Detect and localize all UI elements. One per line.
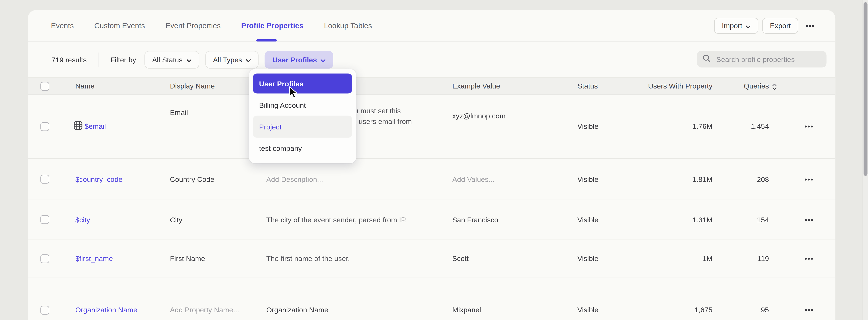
table-row: $email Email xyz@lmnop.com Visible 1.76M… (28, 95, 835, 159)
select-all-checkbox[interactable] (40, 81, 49, 91)
import-button-label: Import (722, 22, 742, 30)
export-button-label: Export (770, 22, 791, 30)
status-value: Visible (578, 306, 647, 314)
description: The first name of the user. (266, 254, 452, 263)
filter-bar: 719 results Filter by All Status All Typ… (28, 42, 835, 77)
sort-icon[interactable] (772, 83, 777, 90)
search-input[interactable] (715, 55, 821, 64)
table-row: $country_code Country Code Add Descripti… (28, 159, 835, 200)
status-value: Visible (578, 175, 647, 183)
tab-events[interactable]: Events (51, 22, 74, 30)
example-value: Mixpanel (452, 306, 578, 314)
table-row: $city City The city of the event sender,… (28, 200, 835, 239)
column-header-users-with-property: Users With Property (647, 82, 713, 90)
row-checkbox[interactable] (40, 175, 49, 184)
type-filter-dropdown[interactable]: All Types (205, 51, 259, 69)
search-icon (703, 54, 711, 65)
more-options-button[interactable]: ••• (802, 22, 818, 30)
tab-bar: Events Custom Events Event Properties Pr… (28, 10, 835, 42)
status-filter-dropdown[interactable]: All Status (145, 51, 199, 69)
table-header: Name Display Name Example Value Status U… (28, 77, 835, 95)
queries-value: 1,454 (713, 122, 769, 131)
description: The city of the event sender, parsed fro… (266, 215, 452, 224)
row-checkbox[interactable] (40, 215, 49, 224)
row-more-button[interactable]: ••• (801, 254, 817, 263)
table-grid-icon (74, 121, 83, 132)
users-with-property-value: 1.81M (647, 175, 713, 183)
results-count: 719 results (52, 56, 87, 64)
column-header-name: Name (74, 82, 170, 90)
table-row: $first_name First Name The first name of… (28, 239, 835, 278)
content-card: Events Custom Events Event Properties Pr… (28, 10, 835, 320)
row-more-button[interactable]: ••• (801, 174, 817, 184)
add-values-placeholder[interactable]: Add Values... (452, 175, 578, 183)
row-more-button[interactable]: ••• (801, 215, 817, 224)
example-value: xyz@lmnop.com (452, 112, 578, 120)
queries-value: 154 (713, 215, 769, 224)
profile-type-filter-label: User Profiles (273, 56, 317, 64)
row-more-button[interactable]: ••• (801, 305, 817, 315)
divider (98, 52, 99, 67)
display-name: Country Code (170, 175, 266, 183)
users-with-property-value: 1M (647, 254, 713, 263)
profile-type-filter-dropdown[interactable]: User Profiles (265, 51, 334, 69)
tab-event-properties[interactable]: Event Properties (165, 22, 221, 30)
property-name-link[interactable]: $email (85, 122, 106, 131)
column-header-status: Status (578, 82, 647, 90)
type-filter-label: All Types (213, 56, 242, 64)
description: ou must set this d users email from (350, 106, 412, 127)
toolbar: Import Export ••• (714, 17, 818, 34)
row-checkbox[interactable] (40, 122, 49, 131)
scrollbar-thumb[interactable] (864, 2, 867, 176)
queries-value: 95 (713, 306, 769, 314)
chevron-down-icon (746, 22, 750, 30)
column-header-queries[interactable]: Queries (720, 82, 777, 90)
dropdown-item-project[interactable]: Project (253, 116, 352, 138)
example-value: Scott (452, 254, 578, 263)
status-value: Visible (578, 254, 647, 263)
queries-value: 119 (713, 254, 769, 263)
property-name-link[interactable]: $city (75, 215, 90, 224)
export-button[interactable]: Export (762, 17, 799, 34)
profile-type-dropdown-menu: User Profiles Billing Account Project te… (249, 69, 356, 163)
users-with-property-value: 1,675 (647, 306, 713, 314)
property-name-link[interactable]: $country_code (75, 175, 122, 183)
add-description-placeholder[interactable]: Add Description... (266, 175, 452, 183)
import-button[interactable]: Import (714, 17, 758, 34)
dropdown-item-user-profiles[interactable]: User Profiles (253, 74, 352, 94)
tab-profile-properties[interactable]: Profile Properties (241, 22, 303, 30)
profile-properties-page: Events Custom Events Event Properties Pr… (0, 0, 868, 320)
queries-value: 208 (713, 175, 769, 183)
row-checkbox[interactable] (40, 306, 49, 315)
chevron-down-icon (187, 56, 191, 64)
status-value: Visible (578, 215, 647, 224)
display-name: City (170, 215, 266, 224)
queries-header-label: Queries (744, 82, 769, 90)
dropdown-item-billing-account[interactable]: Billing Account (253, 95, 352, 116)
active-tab-underline (256, 39, 277, 41)
cursor-icon (288, 86, 301, 102)
display-name: First Name (170, 254, 266, 263)
search-box (697, 51, 827, 68)
property-name-link[interactable]: Organization Name (75, 306, 137, 314)
row-more-button[interactable]: ••• (801, 121, 817, 131)
example-value: San Francisco (452, 215, 578, 224)
chevron-down-icon (246, 56, 251, 64)
description: Organization Name (266, 306, 452, 314)
dropdown-item-test-company[interactable]: test company (253, 138, 352, 159)
tab-lookup-tables[interactable]: Lookup Tables (324, 22, 372, 30)
chevron-down-icon (321, 56, 326, 64)
status-value: Visible (578, 122, 647, 131)
column-header-example-value: Example Value (452, 82, 578, 90)
status-filter-label: All Status (152, 56, 183, 64)
property-name-link[interactable]: $first_name (75, 254, 113, 263)
add-property-name-placeholder[interactable]: Add Property Name... (170, 306, 266, 314)
filter-by-label: Filter by (111, 56, 136, 64)
users-with-property-value: 1.76M (647, 122, 713, 131)
table-row: Organization Name Add Property Name... O… (28, 278, 835, 320)
tab-custom-events[interactable]: Custom Events (94, 22, 145, 30)
row-checkbox[interactable] (40, 254, 49, 263)
users-with-property-value: 1.31M (647, 215, 713, 224)
